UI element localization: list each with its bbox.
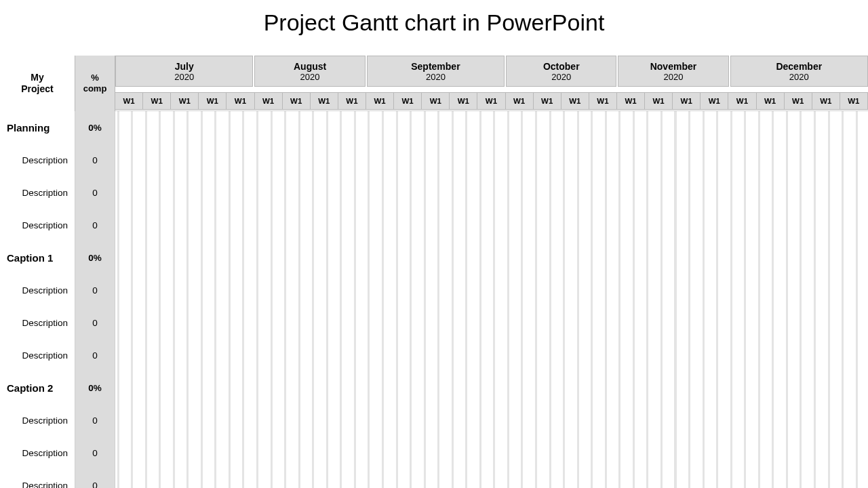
- task-row: Description: [0, 176, 75, 209]
- task-comp: 0: [75, 144, 115, 176]
- month-cell: November2020: [618, 56, 728, 87]
- gantt-body: PlanningDescriptionDescriptionDescriptio…: [0, 111, 868, 488]
- month-year: 2020: [551, 72, 571, 82]
- week-cell: W1: [283, 93, 311, 109]
- week-cell: W1: [589, 93, 617, 109]
- timeline-column: [115, 111, 868, 488]
- task-comp: 0: [75, 209, 115, 241]
- week-cell: W1: [673, 93, 701, 109]
- task-comp-label: 0: [92, 285, 98, 296]
- week-cell: W1: [255, 93, 283, 109]
- task-comp-label: 0: [92, 155, 98, 165]
- group-comp: 0%: [75, 111, 115, 144]
- group-row: Planning: [0, 111, 75, 144]
- gantt-header: MyProject %comp July2020August2020Septem…: [0, 56, 868, 111]
- task-comp-label: 0: [92, 415, 98, 426]
- task-comp-label: 0: [92, 220, 98, 230]
- week-cell: W1: [617, 93, 645, 109]
- page-title: Project Gantt chart in PowerPoint: [0, 0, 868, 43]
- month-cell: August2020: [254, 56, 365, 87]
- task-row: Description: [0, 209, 75, 241]
- week-cell: W1: [645, 93, 673, 109]
- task-comp-label: 0: [92, 481, 98, 489]
- month-name: December: [776, 61, 822, 72]
- week-cell: W1: [477, 93, 505, 109]
- week-cell: W1: [366, 93, 394, 109]
- task-comp: 0: [75, 176, 115, 209]
- group-row: Caption 2: [0, 371, 75, 404]
- week-cell: W1: [840, 93, 868, 109]
- task-comp: 0: [75, 339, 115, 371]
- month-cell: September2020: [367, 56, 505, 87]
- month-year: 2020: [300, 72, 320, 82]
- month-cell: July2020: [115, 56, 253, 87]
- months-row: July2020August2020September2020October20…: [115, 56, 868, 87]
- month-cell: December2020: [730, 56, 868, 87]
- timeline-grid: [115, 111, 868, 488]
- task-comp-label: 0: [92, 448, 98, 458]
- month-cell: October2020: [506, 56, 616, 87]
- task-comp: 0: [75, 306, 115, 339]
- task-comp: 0: [75, 274, 115, 306]
- task-column: PlanningDescriptionDescriptionDescriptio…: [0, 111, 75, 488]
- week-cell: W1: [534, 93, 561, 109]
- task-row-label: Description: [22, 318, 68, 328]
- header-project-label: MyProject: [21, 72, 53, 96]
- week-cell: W1: [757, 93, 785, 109]
- month-year: 2020: [174, 72, 194, 82]
- week-cell: W1: [199, 93, 226, 109]
- group-comp-label: 0%: [88, 123, 102, 133]
- task-comp: 0: [75, 436, 115, 469]
- month-name: November: [650, 61, 696, 72]
- header-timeline: July2020August2020September2020October20…: [115, 56, 868, 111]
- group-comp: 0%: [75, 371, 115, 404]
- week-cell: W1: [115, 93, 143, 109]
- group-comp: 0%: [75, 241, 115, 274]
- task-row: Description: [0, 436, 75, 469]
- week-cell: W1: [812, 93, 840, 109]
- gantt-chart: MyProject %comp July2020August2020Septem…: [0, 56, 868, 488]
- weeks-row: W1W1W1W1W1W1W1W1W1W1W1W1W1W1W1W1W1W1W1W1…: [115, 92, 868, 110]
- task-comp-label: 0: [92, 318, 98, 328]
- week-cell: W1: [728, 93, 756, 109]
- week-cell: W1: [171, 93, 199, 109]
- month-year: 2020: [663, 72, 683, 82]
- month-name: July: [175, 61, 194, 72]
- task-row-label: Description: [22, 220, 68, 230]
- task-comp: 0: [75, 469, 115, 488]
- week-cell: W1: [506, 93, 534, 109]
- task-row: Description: [0, 404, 75, 436]
- task-comp-label: 0: [92, 350, 98, 361]
- task-row: Description: [0, 469, 75, 488]
- task-comp-label: 0: [92, 188, 98, 198]
- task-row: Description: [0, 144, 75, 176]
- header-comp-label: %comp: [83, 73, 107, 95]
- week-cell: W1: [785, 93, 812, 109]
- week-cell: W1: [226, 93, 254, 109]
- group-row-label: Caption 1: [7, 252, 53, 264]
- month-name: August: [294, 61, 326, 72]
- group-comp-label: 0%: [88, 253, 102, 263]
- month-year: 2020: [426, 72, 446, 82]
- task-row-label: Description: [22, 448, 68, 458]
- comp-column: 0%0000%0000%000: [75, 111, 115, 488]
- group-row-label: Caption 2: [7, 382, 53, 394]
- month-year: 2020: [789, 72, 809, 82]
- header-project-cell: MyProject: [0, 56, 75, 111]
- task-row: Description: [0, 339, 75, 371]
- month-name: September: [411, 61, 460, 72]
- group-row-label: Planning: [7, 122, 50, 134]
- month-name: October: [543, 61, 580, 72]
- week-cell: W1: [561, 93, 589, 109]
- task-row-label: Description: [22, 481, 68, 489]
- group-comp-label: 0%: [88, 383, 102, 393]
- task-row-label: Description: [22, 415, 68, 426]
- task-row-label: Description: [22, 285, 68, 296]
- week-cell: W1: [311, 93, 338, 109]
- task-row-label: Description: [22, 188, 68, 198]
- task-row-label: Description: [22, 155, 68, 165]
- header-comp-cell: %comp: [75, 56, 115, 111]
- week-cell: W1: [143, 93, 171, 109]
- week-cell: W1: [394, 93, 422, 109]
- week-cell: W1: [701, 93, 728, 109]
